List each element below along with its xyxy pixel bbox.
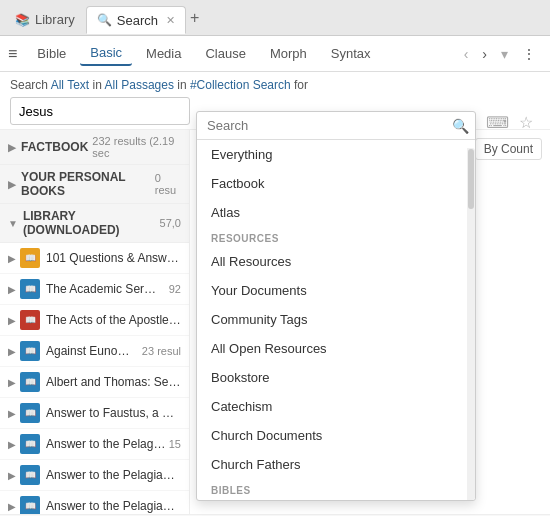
search-prefix: Search [10, 78, 48, 92]
factbook-label: FACTBOOK [21, 140, 88, 154]
nav-back-button[interactable]: ‹ [458, 42, 475, 66]
new-tab-button[interactable]: + [190, 9, 199, 27]
tree-item-albert-thomas[interactable]: ▶ 📖 Albert and Thomas: Selec [0, 367, 189, 398]
nav-dropdown-button[interactable]: ▾ [495, 42, 514, 66]
more-button[interactable]: ⋮ [516, 42, 542, 66]
dropdown-item-top-bibles[interactable]: Top Bibles [197, 499, 475, 500]
dropdown-item-factbook[interactable]: Factbook [197, 169, 475, 198]
tree-item-pelag3-arrow: ▶ [8, 501, 16, 512]
keyboard-icon-button[interactable]: ⌨ [482, 111, 513, 134]
tree-item-pelag3-label: Answer to the Pelagians, III [46, 499, 181, 513]
search-input-row: 🔍 Everything Factbook Atlas RESOURCES Al… [10, 97, 540, 125]
personal-books-label: YOUR PERSONAL BOOKS [21, 170, 151, 198]
tree-item-answer-faustus[interactable]: ▶ 📖 Answer to Faustus, a Manic [0, 398, 189, 429]
dropdown-item-your-documents[interactable]: Your Documents [197, 276, 475, 305]
search-tab-icon: 🔍 [97, 13, 112, 27]
tree-item-albert-label: Albert and Thomas: Selec [46, 375, 181, 389]
tree-item-answer-pelagians-3[interactable]: ▶ 📖 Answer to the Pelagians, III [0, 491, 189, 514]
tree-item-eunomius-count: 23 resul [142, 345, 181, 357]
dropdown-item-church-fathers[interactable]: Church Fathers [197, 450, 475, 479]
tree-item-sermons-label: The Academic Sermons [46, 282, 166, 296]
tree-item-eunomius-label: Against Eunomius [46, 344, 139, 358]
icon-group: ⌨ ☆ [482, 111, 537, 134]
dropdown-search-input[interactable] [203, 116, 452, 135]
all-passages-link[interactable]: All Passages [105, 78, 174, 92]
dropdown-search-icon: 🔍 [452, 118, 469, 134]
tree-item-acts-arrow: ▶ [8, 315, 16, 326]
star-icon-button[interactable]: ☆ [515, 111, 537, 134]
dropdown-section-resources: RESOURCES [197, 227, 475, 247]
library-label: LIBRARY (DOWNLOADED) [23, 209, 156, 237]
tree-item-faustus-icon: 📖 [20, 403, 40, 423]
dropdown-item-community-tags[interactable]: Community Tags [197, 305, 475, 334]
tree-item-pelag3-icon: 📖 [20, 496, 40, 514]
hamburger-icon[interactable]: ≡ [8, 45, 17, 63]
tree-item-eunomius-arrow: ▶ [8, 346, 16, 357]
tree-item-faustus-label: Answer to Faustus, a Manic [46, 406, 181, 420]
collection-link[interactable]: #Collection Search [190, 78, 291, 92]
morph-button[interactable]: Morph [260, 42, 317, 65]
section-library-downloaded[interactable]: ▼ LIBRARY (DOWNLOADED) 57,0 [0, 204, 189, 243]
search-description: Search All Text in All Passages in #Coll… [10, 78, 540, 92]
tab-library[interactable]: 📚 Library [4, 6, 86, 34]
tree-item-sermons-count: 92 [169, 283, 181, 295]
personal-books-arrow: ▶ [8, 179, 16, 190]
tree-item-academic-sermons[interactable]: ▶ 📖 The Academic Sermons 92 [0, 274, 189, 305]
all-text-link[interactable]: All Text [51, 78, 89, 92]
tree-item-answer-pelagians-1[interactable]: ▶ 📖 Answer to the Pelagians, 1 15 [0, 429, 189, 460]
dropdown-item-atlas[interactable]: Atlas [197, 198, 475, 227]
in-label: in [93, 78, 102, 92]
tab-search[interactable]: 🔍 Search ✕ [86, 6, 186, 34]
tree-item-pelag1-count: 15 [169, 438, 181, 450]
tree-item-albert-arrow: ▶ [8, 377, 16, 388]
tree-item-101-label: 101 Questions & Answers o [46, 251, 181, 265]
sort-by-count-button[interactable]: By Count [475, 138, 542, 160]
tab-search-label: Search [117, 13, 158, 28]
syntax-button[interactable]: Syntax [321, 42, 381, 65]
tree-item-pelag2-label: Answer to the Pelagians, II [46, 468, 181, 482]
dropdown-item-catechism[interactable]: Catechism [197, 392, 475, 421]
search-input[interactable] [10, 97, 190, 125]
tree-item-acts-apostles[interactable]: ▶ 📖 The Acts of the Apostles: A [0, 305, 189, 336]
bible-button[interactable]: Bible [27, 42, 76, 65]
tree-item-pelag2-arrow: ▶ [8, 470, 16, 481]
dropdown-item-all-open-resources[interactable]: All Open Resources [197, 334, 475, 363]
tree-item-101-arrow: ▶ [8, 253, 16, 264]
in2-label: in [177, 78, 190, 92]
dropdown-item-bookstore[interactable]: Bookstore [197, 363, 475, 392]
toolbar-nav: ‹ › ▾ ⋮ [458, 42, 542, 66]
tree-item-albert-icon: 📖 [20, 372, 40, 392]
tab-close-icon[interactable]: ✕ [166, 14, 175, 27]
tree-item-answer-pelagians-2[interactable]: ▶ 📖 Answer to the Pelagians, II [0, 460, 189, 491]
library-count: 57,0 [160, 217, 181, 229]
tree-item-101-questions[interactable]: ▶ 📖 101 Questions & Answers o [0, 243, 189, 274]
tree-item-sermons-icon: 📖 [20, 279, 40, 299]
for-label: for [294, 78, 308, 92]
collection-dropdown: 🔍 Everything Factbook Atlas RESOURCES Al… [196, 111, 476, 501]
section-personal-books[interactable]: ▶ YOUR PERSONAL BOOKS 0 resu [0, 165, 189, 204]
tree-item-sermons-arrow: ▶ [8, 284, 16, 295]
library-arrow: ▼ [8, 218, 18, 229]
basic-button[interactable]: Basic [80, 41, 132, 66]
dropdown-item-church-documents[interactable]: Church Documents [197, 421, 475, 450]
dropdown-scrollbar[interactable] [467, 148, 475, 500]
nav-forward-button[interactable]: › [476, 42, 493, 66]
tree-item-101-icon: 📖 [20, 248, 40, 268]
tree-item-against-eunomius[interactable]: ▶ 📖 Against Eunomius 23 resul [0, 336, 189, 367]
dropdown-scrollbar-thumb [468, 149, 474, 209]
tree-item-pelag2-icon: 📖 [20, 465, 40, 485]
tab-library-label: Library [35, 12, 75, 27]
tree-item-pelag1-label: Answer to the Pelagians, 1 [46, 437, 166, 451]
dropdown-item-everything[interactable]: Everything [197, 140, 475, 169]
dropdown-search-row: 🔍 [197, 112, 475, 140]
search-bar-area: Search All Text in All Passages in #Coll… [0, 72, 550, 130]
tree-item-acts-icon: 📖 [20, 310, 40, 330]
dropdown-item-all-resources[interactable]: All Resources [197, 247, 475, 276]
tab-bar: 📚 Library 🔍 Search ✕ + [0, 0, 550, 36]
dropdown-section-bibles: BIBLES [197, 479, 475, 499]
clause-button[interactable]: Clause [195, 42, 255, 65]
left-panel: ▶ FACTBOOK 232 results (2.19 sec ▶ YOUR … [0, 130, 190, 514]
toolbar: ≡ Bible Basic Media Clause Morph Syntax … [0, 36, 550, 72]
media-button[interactable]: Media [136, 42, 191, 65]
section-factbook[interactable]: ▶ FACTBOOK 232 results (2.19 sec [0, 130, 189, 165]
